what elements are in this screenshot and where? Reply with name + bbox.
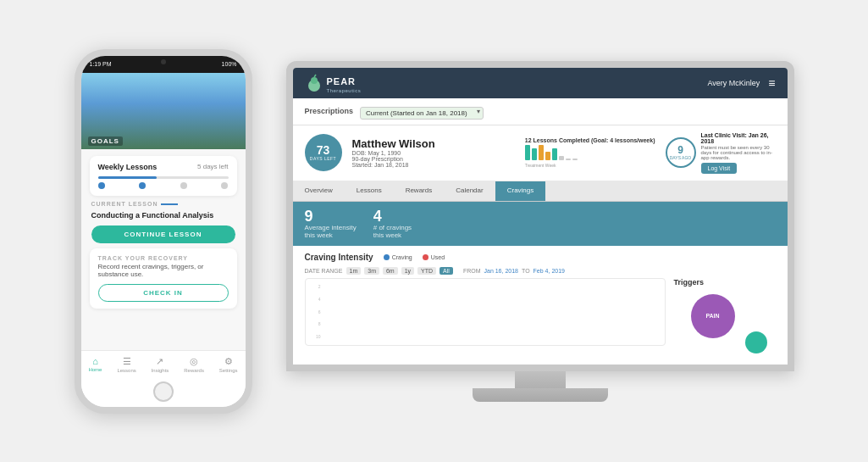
patient-prescription: 90-day Prescription	[352, 156, 515, 162]
from-date: Jan 16, 2018	[484, 268, 518, 274]
date-controls: DATE RANGE 1m 3m 6m 1y YTD All FROM Jan …	[305, 267, 776, 275]
pear-logo-text: PEAR	[327, 76, 357, 86]
nav-insights[interactable]: ↗ Insights	[152, 356, 169, 373]
svg-line-2	[314, 75, 316, 77]
y-4: 4	[307, 297, 321, 302]
rewards-icon: ◎	[190, 356, 198, 367]
legend-used-label: Used	[431, 254, 445, 260]
days-ago-label: DAYS AGO	[670, 155, 691, 160]
pear-logo-icon	[305, 74, 323, 92]
date-btn-ytd[interactable]: YTD	[417, 267, 436, 275]
date-btn-6m[interactable]: 6m	[383, 267, 398, 275]
triggers-title: Triggers	[674, 278, 776, 287]
triggers-visual: PAIN	[674, 290, 776, 358]
dot-2	[139, 182, 146, 189]
date-from-to: FROM Jan 16, 2018 TO Feb 4, 2019	[463, 268, 565, 274]
tab-overview[interactable]: Overview	[293, 181, 345, 201]
date-btn-1m[interactable]: 1m	[346, 267, 362, 275]
tab-calendar[interactable]: Calendar	[444, 181, 495, 201]
phone-device: 1:19 PM 100% GOALS Weekly Lessons 5 days…	[75, 11, 252, 452]
svg-point-1	[311, 77, 318, 84]
nav-settings-label: Settings	[219, 368, 238, 373]
craving-chart: 10 8 6 4 2	[305, 278, 666, 346]
stat-intensity-label: Average intensitythis week	[305, 224, 357, 239]
date-btn-1y[interactable]: 1y	[401, 267, 414, 275]
pear-logo-sub: Therapeutics	[327, 88, 362, 93]
last-clinic-title: Last Clinic Visit: Jan 26, 2018	[701, 132, 776, 144]
nav-rewards[interactable]: ◎ Rewards	[184, 356, 204, 373]
phone-body: Weekly Lessons 5 days left CURRENT LESSO…	[81, 149, 246, 350]
date-btn-all[interactable]: All	[440, 267, 453, 275]
tabs-bar: Overview Lessons Rewards Calendar Cravin…	[293, 181, 788, 202]
progress-track[interactable]	[98, 176, 229, 179]
stat-cravings-label: # of cravingsthis week	[373, 224, 412, 239]
slider-dots	[98, 182, 229, 189]
hamburger-icon[interactable]: ≡	[768, 76, 775, 90]
dot-3	[180, 182, 187, 189]
used-dot	[423, 254, 428, 260]
last-clinic-desc: Patient must be seen every 30 days for c…	[701, 145, 776, 160]
days-left-num: 73	[317, 144, 330, 156]
nav-lessons[interactable]: ☰ Lessons	[117, 356, 135, 373]
phone-bottom	[81, 376, 246, 407]
prescriptions-select[interactable]: Current (Started on Jan 18, 2018)	[360, 107, 484, 120]
home-icon: ⌂	[92, 356, 98, 366]
stat-cravings-num: 4	[373, 209, 412, 224]
current-lesson-label: CURRENT LESSON	[91, 201, 158, 207]
lessons-chart: 12 Lessons Completed (Goal: 4 lessons/we…	[525, 137, 655, 168]
tab-lessons[interactable]: Lessons	[345, 181, 394, 201]
pear-logo: PEAR Therapeutics	[305, 73, 362, 93]
progress-fill	[98, 176, 157, 179]
days-left-label: DAYS LEFT	[310, 156, 336, 161]
patient-info: 73 DAYS LEFT Matthew Wilson DOB: May 1, …	[293, 125, 788, 181]
tab-cravings[interactable]: Cravings	[495, 181, 546, 201]
y-8: 8	[307, 321, 321, 326]
bar-7	[566, 159, 571, 160]
pear-user: Avery McKinley	[707, 79, 760, 87]
days-ago-num: 9	[677, 145, 683, 155]
stat-intensity: 9 Average intensitythis week	[305, 209, 357, 239]
monitor-wrapper: PEAR Therapeutics Avery McKinley ≡ Presc…	[286, 61, 794, 402]
nav-rewards-label: Rewards	[184, 368, 204, 373]
continue-lesson-button[interactable]: CONTINUE LESSON	[91, 225, 235, 243]
hero-label: GOALS	[88, 136, 123, 146]
chart-title: Craving Intensity	[305, 253, 373, 262]
pear-header: PEAR Therapeutics Avery McKinley ≡	[293, 68, 788, 98]
log-visit-button[interactable]: Log Visit	[701, 163, 738, 174]
prescriptions-select-wrapper[interactable]: Current (Started on Jan 18, 2018)	[360, 103, 484, 120]
y-10: 10	[307, 334, 321, 339]
monitor-screen: PEAR Therapeutics Avery McKinley ≡ Presc…	[293, 68, 788, 365]
nav-home-label: Home	[88, 367, 102, 372]
home-button[interactable]	[153, 381, 174, 402]
to-date: Feb 4, 2019	[534, 268, 565, 274]
y-axis: 10 8 6 4 2	[306, 279, 323, 345]
nav-home[interactable]: ⌂ Home	[88, 356, 102, 373]
monitor-stand	[286, 371, 794, 402]
trigger-small-circle	[745, 331, 767, 353]
phone-nav: ⌂ Home ☰ Lessons ↗ Insights ◎ Rewards ⚙ …	[81, 350, 246, 376]
bar-6	[559, 156, 564, 160]
track-label: TRACK YOUR RECOVERY	[98, 255, 229, 261]
trigger-pain-label: PAIN	[705, 313, 719, 319]
nav-insights-label: Insights	[152, 368, 169, 373]
nav-settings[interactable]: ⚙ Settings	[219, 356, 238, 373]
current-lesson-section: CURRENT LESSON Conducting a Functional A…	[90, 201, 237, 243]
patient-started: Started: Jan 18, 2018	[352, 162, 515, 168]
legend-craving-label: Craving	[392, 254, 412, 260]
bar-1	[525, 145, 530, 160]
bar-5	[552, 148, 557, 160]
stand-neck	[515, 371, 566, 388]
date-btn-3m[interactable]: 3m	[364, 267, 379, 275]
chart-area: 10 8 6 4 2 Triggers PAIN	[305, 278, 776, 358]
track-desc: Record recent cravings, triggers, or sub…	[98, 263, 229, 278]
craving-dot	[384, 254, 390, 260]
nav-lessons-label: Lessons	[117, 368, 135, 373]
bar-4	[545, 152, 550, 160]
phone-camera	[161, 59, 166, 64]
tab-rewards[interactable]: Rewards	[394, 181, 445, 201]
weekly-days-left: 5 days left	[197, 163, 228, 170]
bar-2	[532, 148, 537, 160]
triggers-section: Triggers PAIN	[674, 278, 776, 358]
lessons-bars	[525, 145, 655, 160]
check-in-button[interactable]: CHECK IN	[98, 284, 229, 302]
